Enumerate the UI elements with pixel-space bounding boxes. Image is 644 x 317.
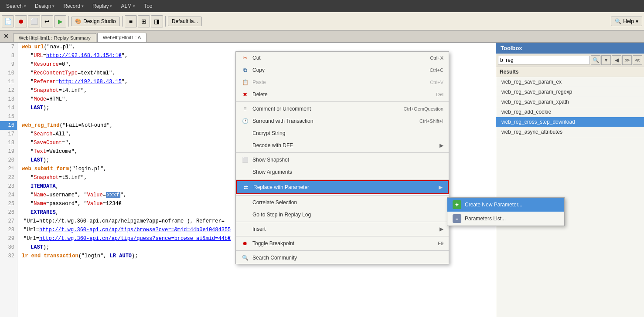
menu-item-tools[interactable]: Too: [140, 1, 157, 11]
line-19: 19: [0, 147, 17, 156]
menu-item-search[interactable]: Search ▾: [2, 1, 31, 11]
toolbox-search-btn[interactable]: 🔍: [591, 55, 600, 65]
replace-icon: ⇄: [242, 183, 250, 191]
ctx-decode[interactable]: Decode with DFE ▶: [236, 139, 449, 152]
ctx-correlate[interactable]: Correlate Selection: [236, 196, 449, 209]
ctx-paste[interactable]: 📋 Paste Ctrl+V: [236, 76, 449, 88]
line-27: 27: [0, 217, 17, 226]
toolbox-item-0[interactable]: web_reg_save_param_ex: [496, 77, 644, 87]
ctx-delete[interactable]: ✖ Delete Del: [236, 88, 449, 101]
line-15: 15: [0, 112, 17, 121]
tab-active[interactable]: WebHttpHtml1 : A: [97, 33, 147, 42]
submenu-create-new-param[interactable]: ✦ Create New Parameter...: [447, 198, 564, 212]
help-button[interactable]: 🔍 Help ▾: [611, 17, 642, 26]
ctx-comment[interactable]: ≡ Comment or Uncomment Ctrl+OemQuestion: [236, 103, 449, 115]
ctx-show-snapshot[interactable]: ⬜ Show Snapshot: [236, 154, 449, 166]
params-list-icon: ≡: [453, 214, 461, 223]
ctx-sep-4: [236, 195, 449, 196]
main-container: 7 8 9 10 11 12 13 14 15 16 17 18 19 20 2…: [0, 43, 644, 317]
line-11: 11: [0, 78, 17, 86]
line-32: 32: [0, 252, 17, 260]
insert-icon: [241, 225, 249, 233]
line-30: 30: [0, 243, 17, 252]
args-icon: [241, 168, 249, 176]
default-layout-button[interactable]: Default la...: [168, 17, 202, 26]
cut-icon: ✂: [241, 54, 249, 62]
submenu-params-list[interactable]: ≡ Parameters List...: [447, 212, 564, 226]
toolbar-new-btn[interactable]: 📄: [2, 15, 14, 27]
breakpoint-icon: ⏺: [241, 239, 249, 247]
toolbox-item-4[interactable]: web_reg_cross_step_download: [496, 117, 644, 127]
delete-icon: ✖: [241, 91, 249, 98]
line-8: 8: [0, 51, 17, 60]
ctx-replace-parameter[interactable]: ⇄ Replace with Parameter ▶: [236, 180, 449, 194]
menu-item-record[interactable]: Record ▾: [59, 1, 88, 11]
code-line-7: web_url("nav.pl",: [22, 43, 494, 51]
ctx-show-arguments[interactable]: Show Arguments: [236, 166, 449, 178]
clock-icon: 🕐: [241, 117, 249, 125]
ctx-sep-6: [236, 236, 449, 236]
line-24: 24: [0, 191, 17, 199]
ctx-toggle-breakpoint[interactable]: ⏺ Toggle Breakpoint F9: [236, 237, 449, 250]
toolbox-item-3[interactable]: web_reg_add_cookie: [496, 107, 644, 117]
toolbar-icon6[interactable]: ≡: [125, 15, 137, 27]
toolbar-icon8[interactable]: ◨: [151, 15, 163, 27]
menu-item-design[interactable]: Design ▾: [31, 1, 59, 11]
line-10: 10: [0, 69, 17, 78]
toolbar-icon7[interactable]: ⊞: [138, 15, 150, 27]
insert-submenu-arrow: ▶: [440, 226, 443, 232]
separator3: [165, 16, 166, 27]
line-9: 9: [0, 60, 17, 69]
ctx-search-community[interactable]: 🔍 Search Community: [236, 252, 449, 264]
line-29: 29: [0, 234, 17, 243]
line-20: 20: [0, 156, 17, 165]
copy-icon: ⧉: [241, 66, 249, 74]
toolbox-item-2[interactable]: web_reg_save_param_xpath: [496, 97, 644, 107]
toolbox-prev-btn[interactable]: ◀: [612, 55, 621, 65]
toolbox-search-input[interactable]: [498, 56, 590, 64]
snapshot-icon: ⬜: [241, 156, 249, 164]
record-arrow-icon: ▾: [82, 4, 84, 8]
toolbar-icon3[interactable]: ⬜: [28, 15, 40, 27]
toolbar: 📄 ⏺ ⬜ ↩ ▶ 🎨 Design Studio ≡ ⊞ ◨ Default …: [0, 12, 644, 30]
ctx-insert[interactable]: Insert ▶: [236, 223, 449, 235]
line-numbers: 7 8 9 10 11 12 13 14 15 16 17 18 19 20 2…: [0, 43, 17, 317]
toolbox-expand-btn[interactable]: ≫: [622, 55, 632, 65]
line-18: 18: [0, 138, 17, 147]
toolbar-undo-btn[interactable]: ↩: [41, 15, 53, 27]
replace-submenu-arrow: ▶: [439, 184, 443, 190]
toolbox-results-label: Results: [496, 67, 644, 77]
toolbox-item-5[interactable]: web_reg_async_attributes: [496, 127, 644, 137]
ctx-goto-step[interactable]: Go to Step in Replay Log: [236, 209, 449, 221]
toolbox-search-bar: 🔍 ▾ ◀ ≫ ≪: [496, 54, 644, 67]
menu-item-alm[interactable]: ALM ▾: [116, 1, 140, 11]
toolbox-header: Toolbox: [496, 43, 644, 54]
separator2: [122, 16, 123, 27]
menu-item-replay[interactable]: Replay ▾: [88, 1, 116, 11]
toolbox-collapse-btn[interactable]: ≪: [633, 55, 642, 65]
line-26: 26: [0, 208, 17, 217]
line-13: 13: [0, 95, 17, 104]
toolbar-play-btn[interactable]: ▶: [54, 15, 66, 27]
toolbar-record-btn[interactable]: ⏺: [15, 15, 27, 27]
line-23: 23: [0, 182, 17, 191]
ctx-sep-2: [236, 152, 449, 153]
ctx-copy[interactable]: ⧉ Copy Ctrl+C: [236, 64, 449, 76]
ctx-sep-3: [236, 179, 449, 179]
tab-replay-summary[interactable]: WebHttpHtml1 : Replay Summary: [13, 33, 96, 42]
line-21: 21: [0, 165, 17, 173]
line-14: 14: [0, 104, 17, 112]
design-studio-button[interactable]: 🎨 Design Studio: [71, 17, 120, 26]
paste-icon: 📋: [241, 78, 249, 86]
ctx-sep-1: [236, 101, 449, 102]
close-tab-btn[interactable]: ✕: [3, 33, 9, 40]
ctx-encrypt[interactable]: Encrypt String: [236, 127, 449, 139]
ctx-surround[interactable]: 🕐 Surround with Transaction Ctrl+Shift+I: [236, 115, 449, 127]
toolbox-dropdown-btn[interactable]: ▾: [601, 55, 611, 65]
encrypt-icon: [241, 129, 249, 137]
new-param-icon: ✦: [453, 200, 461, 209]
toolbox-item-1[interactable]: web_reg_save_param_regexp: [496, 87, 644, 97]
decode-icon: [241, 142, 249, 149]
comment-icon: ≡: [241, 105, 249, 113]
ctx-cut[interactable]: ✂ Cut Ctrl+X: [236, 52, 449, 64]
